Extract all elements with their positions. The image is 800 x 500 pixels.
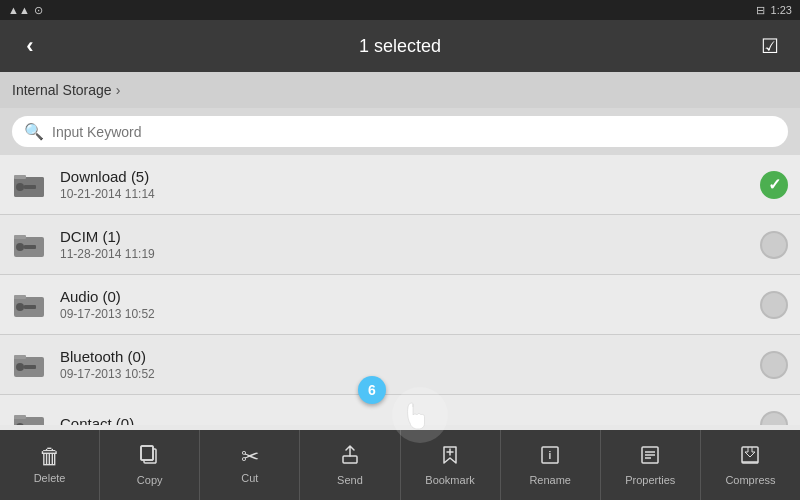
svg-point-3 xyxy=(16,183,24,191)
svg-rect-6 xyxy=(14,235,26,239)
rename-icon: i xyxy=(539,444,561,470)
file-list: Download (5) 10-21-2014 11:14 DCIM (1) 1… xyxy=(0,155,800,425)
svg-rect-12 xyxy=(24,305,36,309)
delete-icon: 🗑 xyxy=(39,446,61,468)
signal-icon: ▲▲ xyxy=(8,4,30,16)
file-list-area: Download (5) 10-21-2014 11:14 DCIM (1) 1… xyxy=(0,155,800,425)
list-item[interactable]: Audio (0) 09-17-2013 10:52 xyxy=(0,275,800,335)
file-info: DCIM (1) 11-28-2014 11:19 xyxy=(60,228,760,261)
breadcrumb: Internal Storage › xyxy=(0,72,800,108)
status-bar-left: ▲▲ ⊙ xyxy=(8,4,750,17)
send-button[interactable]: Send xyxy=(300,430,400,500)
back-button[interactable]: ‹ xyxy=(12,28,48,64)
page-title: 1 selected xyxy=(359,36,441,57)
bottom-toolbar: 🗑 Delete Copy ✂ Cut Send xyxy=(0,430,800,500)
back-arrow-icon: ‹ xyxy=(26,35,33,57)
compress-label: Compress xyxy=(725,474,775,486)
file-info: Download (5) 10-21-2014 11:14 xyxy=(60,168,760,201)
file-checkbox[interactable] xyxy=(760,351,788,379)
bookmark-button[interactable]: Bookmark xyxy=(401,430,501,500)
compress-icon xyxy=(739,444,761,470)
bookmark-icon xyxy=(439,444,461,470)
folder-icon xyxy=(12,407,48,426)
svg-rect-8 xyxy=(24,245,36,249)
list-item[interactable]: Download (5) 10-21-2014 11:14 xyxy=(0,155,800,215)
checklist-button[interactable]: ☑ xyxy=(752,28,788,64)
cut-label: Cut xyxy=(241,472,258,484)
svg-point-15 xyxy=(16,363,24,371)
svg-rect-24 xyxy=(141,446,153,460)
svg-rect-4 xyxy=(24,185,36,189)
list-item[interactable]: Contact (0) xyxy=(0,395,800,425)
svg-point-7 xyxy=(16,243,24,251)
svg-rect-2 xyxy=(14,175,26,179)
svg-rect-14 xyxy=(14,355,26,359)
properties-label: Properties xyxy=(625,474,675,486)
search-icon: 🔍 xyxy=(24,122,44,141)
folder-icon xyxy=(12,167,48,203)
rename-label: Rename xyxy=(529,474,571,486)
battery-icon: ⊟ xyxy=(756,4,765,17)
cut-button[interactable]: ✂ Cut xyxy=(200,430,300,500)
file-date: 10-21-2014 11:14 xyxy=(60,187,760,201)
file-date: 09-17-2013 10:52 xyxy=(60,367,760,381)
breadcrumb-arrow-icon: › xyxy=(116,82,121,98)
time-display: 1:23 xyxy=(771,4,792,16)
top-bar: ‹ 1 selected ☑ xyxy=(0,20,800,72)
svg-rect-20 xyxy=(24,425,36,426)
file-name: Contact (0) xyxy=(60,415,760,425)
properties-icon xyxy=(639,444,661,470)
file-date: 09-17-2013 10:52 xyxy=(60,307,760,321)
folder-icon xyxy=(12,287,48,323)
file-name: Bluetooth (0) xyxy=(60,348,760,365)
file-info: Bluetooth (0) 09-17-2013 10:52 xyxy=(60,348,760,381)
checklist-icon: ☑ xyxy=(761,34,779,58)
svg-rect-10 xyxy=(14,295,26,299)
file-checkbox[interactable] xyxy=(760,411,788,426)
cut-icon: ✂ xyxy=(241,446,259,468)
file-info: Audio (0) 09-17-2013 10:52 xyxy=(60,288,760,321)
file-checkbox[interactable] xyxy=(760,291,788,319)
delete-label: Delete xyxy=(34,472,66,484)
file-checkbox[interactable] xyxy=(760,231,788,259)
svg-point-11 xyxy=(16,303,24,311)
compress-button[interactable]: Compress xyxy=(701,430,800,500)
delete-button[interactable]: 🗑 Delete xyxy=(0,430,100,500)
svg-rect-26 xyxy=(343,456,357,463)
rename-button[interactable]: i Rename xyxy=(501,430,601,500)
svg-text:i: i xyxy=(549,450,552,461)
send-label: Send xyxy=(337,474,363,486)
copy-button[interactable]: Copy xyxy=(100,430,200,500)
search-container: 🔍 xyxy=(0,108,800,155)
copy-icon xyxy=(139,444,161,470)
file-date: 11-28-2014 11:19 xyxy=(60,247,760,261)
file-checkbox[interactable] xyxy=(760,171,788,199)
list-item[interactable]: Bluetooth (0) 09-17-2013 10:52 xyxy=(0,335,800,395)
file-info: Contact (0) xyxy=(60,415,760,425)
status-bar: ▲▲ ⊙ ⊟ 1:23 xyxy=(0,0,800,20)
folder-icon xyxy=(12,347,48,383)
copy-label: Copy xyxy=(137,474,163,486)
status-icons-right: ⊟ 1:23 xyxy=(756,4,792,17)
file-name: Audio (0) xyxy=(60,288,760,305)
search-input[interactable] xyxy=(52,124,776,140)
svg-rect-16 xyxy=(24,365,36,369)
file-name: Download (5) xyxy=(60,168,760,185)
wifi-icon: ⊙ xyxy=(34,4,43,17)
bookmark-label: Bookmark xyxy=(425,474,475,486)
folder-icon xyxy=(12,227,48,263)
search-bar: 🔍 xyxy=(12,116,788,147)
send-icon xyxy=(339,444,361,470)
file-name: DCIM (1) xyxy=(60,228,760,245)
svg-rect-33 xyxy=(742,447,758,463)
properties-button[interactable]: Properties xyxy=(601,430,701,500)
list-item[interactable]: DCIM (1) 11-28-2014 11:19 xyxy=(0,215,800,275)
floating-badge: 6 xyxy=(358,376,386,404)
breadcrumb-path: Internal Storage xyxy=(12,82,112,98)
svg-rect-18 xyxy=(14,415,26,419)
